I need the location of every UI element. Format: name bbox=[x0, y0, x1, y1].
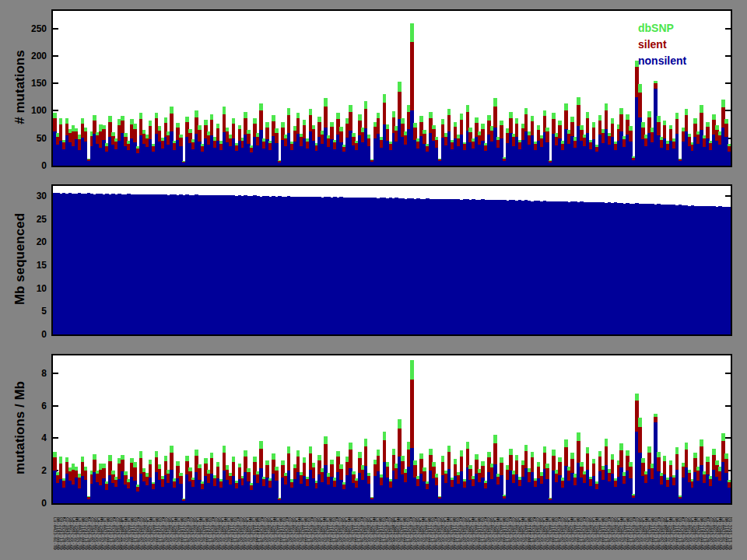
svg-text:KI-0756-28-ND: KI-0756-28-ND bbox=[731, 517, 732, 550]
legend-item-silent: silent bbox=[638, 37, 686, 53]
y-tick-label: 200 bbox=[12, 51, 47, 61]
y-tick-label: 0 bbox=[12, 498, 47, 509]
mutation-count-panel bbox=[51, 9, 732, 167]
y-tick-label: 5 bbox=[12, 306, 47, 317]
legend-item-dbsnp: dbSNP bbox=[638, 20, 686, 37]
bars bbox=[53, 193, 731, 334]
legend: dbSNP silent nonsilent bbox=[638, 20, 686, 69]
y-tick-label: 15 bbox=[12, 260, 47, 271]
mutation-rate-plot bbox=[53, 355, 731, 503]
x-axis-sample-labels-svg: LU-0423-81-TDBR-1187-04-NDOV-2291-13-TDK… bbox=[51, 516, 732, 553]
y-tick-label: 100 bbox=[12, 105, 47, 116]
bars bbox=[53, 360, 731, 503]
y-tick-label: 150 bbox=[12, 78, 47, 89]
y-tick-label: 6 bbox=[12, 401, 47, 411]
coverage-plot bbox=[53, 186, 731, 334]
y-tick-label: 0 bbox=[12, 160, 47, 171]
yaxis-label-rate: mutations / Mb bbox=[12, 381, 28, 474]
bars bbox=[53, 23, 731, 166]
mutation-rate-panel bbox=[51, 354, 732, 505]
y-tick-label: 2 bbox=[12, 465, 47, 476]
figure-background: { "figure": { "background_color": "#8484… bbox=[0, 0, 747, 560]
sample-id-labels: LU-0423-81-TDBR-1187-04-NDOV-2291-13-TDK… bbox=[53, 517, 732, 550]
y-tick-label: 0 bbox=[12, 329, 47, 340]
x-axis-sample-labels: LU-0423-81-TDBR-1187-04-NDOV-2291-13-TDK… bbox=[51, 516, 732, 553]
y-tick-label: 8 bbox=[12, 368, 47, 379]
y-tick-label: 250 bbox=[12, 23, 47, 34]
y-tick-label: 50 bbox=[12, 133, 47, 144]
y-tick-label: 10 bbox=[12, 283, 47, 294]
legend-item-nonsilent: nonsilent bbox=[638, 53, 686, 69]
y-tick-label: 20 bbox=[12, 236, 47, 247]
y-tick-label: 30 bbox=[12, 191, 47, 201]
mutation-count-plot bbox=[53, 11, 731, 166]
y-tick-label: 25 bbox=[12, 214, 47, 225]
coverage-panel bbox=[51, 184, 732, 336]
y-tick-label: 4 bbox=[12, 432, 47, 443]
